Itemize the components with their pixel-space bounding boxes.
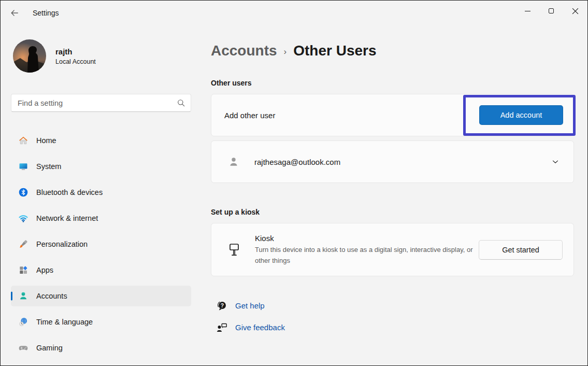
page-title: Other Users: [293, 41, 376, 61]
sidebar-item-home[interactable]: Home: [11, 130, 191, 151]
account-email: rajthesaga@outlook.com: [254, 158, 549, 166]
minimize-button[interactable]: [515, 1, 539, 21]
kiosk-card: Kiosk Turn this device into a kiosk to u…: [211, 223, 574, 276]
user-card: rajth Local Account: [13, 39, 203, 73]
kiosk-icon: [227, 242, 241, 258]
sidebar-item-system[interactable]: System: [11, 156, 191, 177]
give-feedback-link[interactable]: Give feedback: [215, 320, 285, 335]
account-row[interactable]: rajthesaga@outlook.com: [211, 140, 574, 183]
avatar: [13, 39, 46, 73]
chevron-down-icon: [551, 157, 560, 166]
system-icon: [18, 161, 28, 172]
add-other-user-row: Add other user Add account: [211, 94, 574, 136]
breadcrumb: Accounts › Other Users: [211, 40, 574, 62]
personalization-icon: [18, 239, 28, 249]
other-users-heading: Other users: [211, 79, 574, 87]
window-controls: [515, 1, 587, 21]
get-started-button[interactable]: Get started: [479, 240, 563, 260]
expand-account-button[interactable]: [549, 155, 562, 168]
sidebar-item-apps[interactable]: Apps: [11, 260, 191, 280]
sidebar-item-label: Accounts: [36, 292, 67, 300]
kiosk-title: Kiosk: [255, 234, 479, 243]
sidebar-item-label: System: [36, 162, 61, 171]
search-icon: [177, 98, 185, 107]
search-input[interactable]: [18, 99, 177, 107]
window-title: Settings: [33, 9, 59, 17]
get-help-link[interactable]: ? Get help: [215, 298, 265, 313]
user-name: rajth: [55, 47, 96, 56]
kiosk-heading: Set up a kiosk: [211, 208, 574, 216]
sidebar-item-network-internet[interactable]: Network & internet: [11, 208, 191, 229]
add-account-button[interactable]: Add account: [479, 105, 563, 125]
selected-indicator: [11, 292, 12, 301]
bluetooth-icon: [18, 187, 28, 198]
sidebar-item-label: Time & language: [36, 318, 93, 326]
sidebar-item-label: Network & internet: [36, 214, 98, 222]
sidebar-item-label: Bluetooth & devices: [36, 188, 103, 196]
sidebar-item-accounts[interactable]: Accounts: [11, 286, 191, 306]
back-button[interactable]: [5, 4, 24, 22]
kiosk-description: Turn this device into a kiosk to use as …: [255, 244, 479, 266]
sidebar-item-label: Personalization: [36, 240, 88, 248]
network-icon: [18, 213, 28, 223]
sidebar-nav: Home System Bluetooth & devices Network …: [11, 130, 203, 358]
back-arrow-icon: [10, 8, 19, 18]
sidebar-item-bluetooth-devices[interactable]: Bluetooth & devices: [11, 182, 191, 203]
accounts-icon: [18, 291, 28, 301]
breadcrumb-separator-icon: ›: [284, 40, 287, 62]
feedback-person-icon: [215, 321, 228, 334]
close-icon: [572, 8, 579, 15]
sidebar-item-label: Apps: [36, 266, 53, 274]
svg-text:?: ?: [221, 302, 224, 308]
settings-window: Settings: [0, 0, 588, 366]
get-help-label: Get help: [235, 301, 265, 310]
home-icon: [18, 135, 28, 146]
sidebar-item-label: Gaming: [36, 344, 63, 352]
minimize-icon: [525, 11, 530, 11]
kiosk-text: Kiosk Turn this device into a kiosk to u…: [255, 234, 479, 266]
maximize-icon: [549, 8, 554, 13]
apps-icon: [18, 265, 28, 275]
sidebar-item-time-language[interactable]: Time & language: [11, 312, 191, 332]
main-content: Accounts › Other Users Other users Add o…: [211, 25, 574, 335]
add-other-user-label: Add other user: [224, 111, 479, 120]
give-feedback-label: Give feedback: [235, 323, 285, 332]
sidebar-item-label: Home: [36, 136, 56, 145]
footer-links: ? Get help Give feedback: [211, 298, 574, 335]
sidebar: rajth Local Account Home System: [1, 25, 203, 365]
sidebar-item-gaming[interactable]: Gaming: [11, 337, 191, 358]
user-info: rajth Local Account: [55, 47, 96, 65]
titlebar: Settings: [1, 1, 587, 25]
time-language-icon: [18, 317, 28, 327]
close-button[interactable]: [563, 1, 587, 21]
user-account-type: Local Account: [55, 58, 96, 65]
gaming-icon: [18, 343, 28, 353]
sidebar-item-personalization[interactable]: Personalization: [11, 234, 191, 255]
breadcrumb-accounts[interactable]: Accounts: [211, 41, 277, 61]
search-box: [11, 94, 191, 112]
maximize-button[interactable]: [539, 1, 563, 21]
help-bubble-icon: ?: [215, 299, 228, 313]
person-icon: [227, 156, 240, 168]
